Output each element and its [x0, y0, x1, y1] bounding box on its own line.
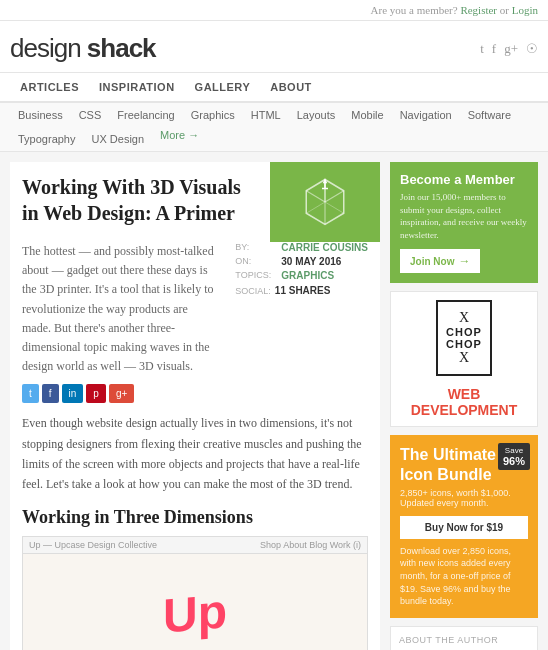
meta-topics-row: TOPICS: GRAPHICS: [235, 270, 368, 281]
rss-icon[interactable]: ☉: [526, 41, 538, 57]
subnav-business[interactable]: Business: [10, 103, 71, 127]
topics-label: TOPICS:: [235, 270, 275, 281]
article-heading1: Working in Three Dimensions: [22, 507, 368, 528]
meta-date-row: ON: 30 MAY 2016: [235, 256, 368, 267]
article-meta-block: BY: CARRIE COUSINS ON: 30 MAY 2016 TOPIC…: [235, 242, 368, 376]
top-bar: Are you a member? Register or Login: [0, 0, 548, 21]
social-icons: t f g+ ☉: [480, 41, 538, 57]
bundle-buy-button[interactable]: Buy Now for $19: [400, 516, 528, 539]
bundle-desc: Download over 2,850 icons, with new icon…: [400, 545, 528, 608]
hero-image: [270, 162, 380, 242]
register-link[interactable]: Register: [460, 4, 497, 16]
by-label: BY:: [235, 242, 275, 253]
bundle-widget: Save 96% The Ultimate Icon Bundle 2,850+…: [390, 435, 538, 617]
subnav-more[interactable]: More →: [152, 123, 207, 147]
topbar-question: Are you a member?: [371, 4, 458, 16]
sub-nav: Business CSS Freelancing Graphics HTML L…: [0, 103, 548, 152]
subnav-typography[interactable]: Typography: [10, 127, 83, 151]
article-title: Working With 3D Visuals in Web Design: A…: [22, 174, 258, 226]
subnav-navigation[interactable]: Navigation: [392, 103, 460, 127]
facebook-icon[interactable]: f: [492, 41, 496, 57]
twitter-share-button[interactable]: t: [22, 384, 39, 403]
chopchop-x-bottom: X: [459, 350, 469, 365]
chopchop-title-line2: CHOP: [446, 338, 482, 350]
nav-inspiration[interactable]: INSPIRATION: [89, 73, 185, 101]
article-body: Even though website design actually live…: [10, 413, 380, 650]
demo-content: Up: [23, 554, 367, 650]
header: design shack t f g+ ☉: [0, 21, 548, 73]
logo-part2: shack: [87, 33, 156, 63]
subnav-layouts[interactable]: Layouts: [289, 103, 344, 127]
share-buttons: t f in p g+: [10, 384, 380, 413]
member-widget-desc: Join our 15,000+ members to submit your …: [400, 191, 528, 241]
nav-gallery[interactable]: GALLERY: [185, 73, 261, 101]
author-widget: ABOUT THE AUTHOR Carrie Cousins Carrie i…: [390, 626, 538, 650]
bundle-save-badge: Save 96%: [498, 443, 530, 470]
demo-frame: Up — Upcase Design Collective Shop About…: [22, 536, 368, 650]
shares-row: SOCIAL: 11 SHARES: [235, 285, 368, 296]
login-link[interactable]: Login: [512, 4, 538, 16]
bundle-save-label: Save: [505, 446, 523, 455]
topbar-separator: or: [500, 4, 509, 16]
twitter-icon[interactable]: t: [480, 41, 484, 57]
member-btn-arrow: →: [458, 254, 470, 268]
meta-author-row: BY: CARRIE COUSINS: [235, 242, 368, 253]
demo-logo: Up: [163, 587, 227, 641]
chopchop-x-top: X: [459, 310, 469, 325]
on-value: 30 MAY 2016: [281, 256, 341, 267]
by-value: CARRIE COUSINS: [281, 242, 368, 253]
logo-part1: design: [10, 33, 87, 63]
logo[interactable]: design shack: [10, 33, 156, 64]
hero-3d-icon: [295, 172, 355, 232]
article-body-p1: Even though website design actually live…: [22, 413, 368, 495]
shares-count: 11 SHARES: [275, 285, 331, 296]
member-join-button[interactable]: Join Now →: [400, 249, 480, 273]
googleplus-icon[interactable]: g+: [504, 41, 518, 57]
chopchop-widget[interactable]: X CHOP CHOP X WEB DEVELOPMENT: [390, 291, 538, 427]
on-label: ON:: [235, 256, 275, 267]
social-label: SOCIAL:: [235, 286, 271, 296]
article-intro: The hottest — and possibly most-talked a…: [22, 242, 215, 376]
member-widget: Become a Member Join our 15,000+ members…: [390, 162, 538, 283]
pinterest-share-button[interactable]: p: [86, 384, 106, 403]
member-widget-title: Become a Member: [400, 172, 528, 187]
demo-frame-bar: Up — Upcase Design Collective Shop About…: [23, 537, 367, 554]
article-meta-section: The hottest — and possibly most-talked a…: [10, 242, 380, 384]
chopchop-title-line1: CHOP: [446, 326, 482, 338]
nav-articles[interactable]: ARTICLES: [10, 73, 89, 101]
article-hero: Working With 3D Visuals in Web Design: A…: [10, 162, 380, 242]
subnav-html[interactable]: HTML: [243, 103, 289, 127]
nav-about[interactable]: ABOUT: [260, 73, 322, 101]
sidebar: Become a Member Join our 15,000+ members…: [390, 162, 538, 650]
demo-frame-nav: Shop About Blog Work (i): [260, 540, 361, 550]
subnav-mobile[interactable]: Mobile: [343, 103, 391, 127]
subnav-software[interactable]: Software: [460, 103, 519, 127]
facebook-share-button[interactable]: f: [42, 384, 59, 403]
content-wrapper: Working With 3D Visuals in Web Design: A…: [0, 152, 548, 650]
web-dev-label: WEB DEVELOPMENT: [399, 386, 529, 418]
subnav-uxdesign[interactable]: UX Design: [83, 127, 152, 151]
main-content: Working With 3D Visuals in Web Design: A…: [10, 162, 380, 650]
topics-value: GRAPHICS: [281, 270, 334, 281]
subnav-css[interactable]: CSS: [71, 103, 110, 127]
member-btn-label: Join Now: [410, 256, 454, 267]
author-section-label: ABOUT THE AUTHOR: [399, 635, 529, 645]
linkedin-share-button[interactable]: in: [62, 384, 84, 403]
bundle-subtitle: 2,850+ icons, worth $1,000. Updated ever…: [400, 488, 528, 508]
demo-nav-text: Shop About Blog Work (i): [260, 540, 361, 550]
chopchop-box: X CHOP CHOP X: [436, 300, 492, 376]
bundle-save-percent: 96%: [503, 455, 525, 467]
gplus-share-button[interactable]: g+: [109, 384, 134, 403]
article-title-section: Working With 3D Visuals in Web Design: A…: [10, 162, 270, 242]
demo-frame-title: Up — Upcase Design Collective: [29, 540, 157, 550]
main-nav: ARTICLES INSPIRATION GALLERY ABOUT: [0, 73, 548, 103]
